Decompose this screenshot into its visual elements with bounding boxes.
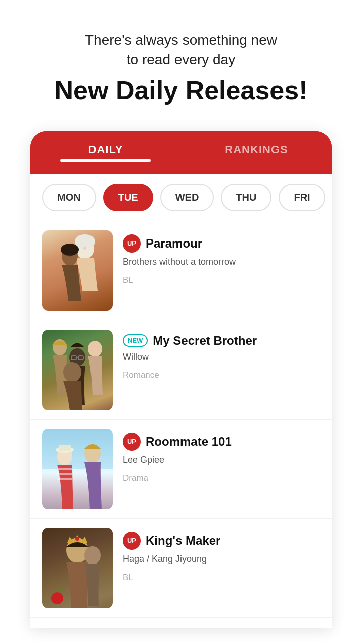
list-item[interactable]: UP Paramour Brothers without a tomorrow … (30, 221, 332, 320)
day-thu[interactable]: THU (221, 184, 272, 211)
days-row: MON TUE WED THU FRI (30, 174, 332, 221)
svg-point-2 (75, 234, 95, 249)
comic-author: Lee Gpiee (123, 455, 320, 465)
tab-daily[interactable]: DAILY (30, 131, 181, 174)
list-item[interactable]: NEW My Secret Brother Willow Romance (30, 320, 332, 420)
svg-point-24 (84, 546, 101, 565)
day-mon[interactable]: MON (42, 184, 96, 211)
comic-genre: Romance (123, 370, 320, 380)
svg-rect-17 (58, 478, 72, 480)
header-section: There's always something newto read ever… (0, 0, 362, 121)
svg-point-4 (83, 247, 86, 250)
comic-thumbnail (42, 330, 113, 410)
comic-genre: Drama (123, 473, 320, 484)
svg-point-7 (88, 341, 102, 357)
svg-rect-13 (42, 429, 113, 469)
comic-genre: BL (123, 573, 320, 583)
comic-author: Brothers without a tomorrow (123, 257, 320, 267)
tabs-bar: DAILY RANKINGS (30, 131, 332, 174)
svg-point-5 (68, 254, 71, 257)
comic-info: UP Roommate 101 Lee Gpiee Drama (123, 429, 320, 484)
comic-title: King's Maker (146, 534, 220, 548)
svg-point-25 (51, 592, 63, 604)
tab-rankings[interactable]: RANKINGS (181, 131, 332, 174)
up-badge: UP (123, 433, 141, 451)
comic-info: UP King's Maker Haga / Kang Jiyoung BL (123, 528, 320, 583)
header-subtitle: There's always something newto read ever… (20, 30, 342, 69)
list-item[interactable]: UP Roommate 101 Lee Gpiee Drama (30, 420, 332, 519)
comic-thumbnail (42, 528, 113, 608)
comic-thumbnail (42, 429, 113, 509)
day-fri[interactable]: FRI (279, 184, 325, 211)
svg-rect-15 (58, 468, 72, 470)
comic-title: Paramour (146, 236, 202, 251)
comic-genre: BL (123, 275, 320, 285)
svg-point-23 (75, 537, 79, 541)
svg-point-3 (61, 244, 79, 256)
header-title: New Daily Releases! (20, 74, 342, 106)
comic-author: Haga / Kang Jiyoung (123, 554, 320, 565)
list-item[interactable]: UP King's Maker Haga / Kang Jiyoung BL (30, 519, 332, 618)
card-container: DAILY RANKINGS MON TUE WED THU FRI (30, 131, 332, 628)
day-wed[interactable]: WED (160, 184, 214, 211)
comic-info: UP Paramour Brothers without a tomorrow … (123, 230, 320, 285)
comic-title: Roommate 101 (146, 435, 232, 449)
up-badge: UP (123, 532, 141, 550)
svg-point-12 (63, 362, 81, 382)
day-tue[interactable]: TUE (103, 184, 153, 211)
comic-list: UP Paramour Brothers without a tomorrow … (30, 221, 332, 628)
comic-title: My Secret Brother (153, 334, 257, 348)
comic-author: Willow (123, 352, 320, 362)
new-badge: NEW (123, 334, 148, 347)
svg-rect-19 (59, 445, 71, 451)
up-badge: UP (123, 234, 141, 253)
svg-rect-16 (58, 473, 72, 475)
comic-info: NEW My Secret Brother Willow Romance (123, 330, 320, 380)
comic-thumbnail (42, 230, 113, 311)
